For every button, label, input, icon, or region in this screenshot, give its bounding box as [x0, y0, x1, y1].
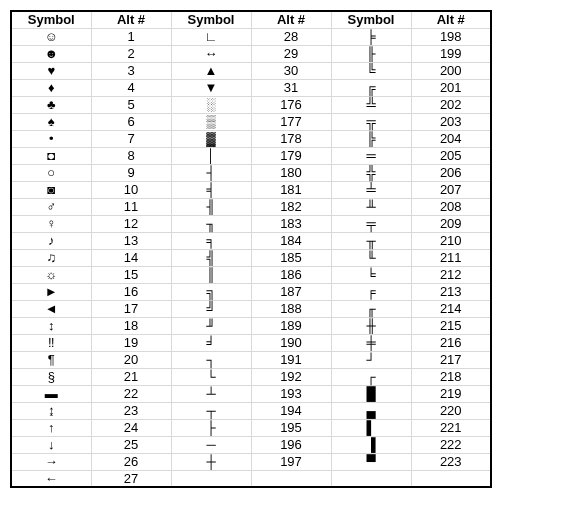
table-row: ◄17╝188╓214 — [11, 300, 491, 317]
symbol-cell: ╙ — [331, 249, 411, 266]
symbol-cell: └ — [171, 368, 251, 385]
symbol-cell: ╖ — [171, 215, 251, 232]
alt-number-cell: 16 — [91, 283, 171, 300]
alt-number-cell: 31 — [251, 79, 331, 96]
symbol-cell: → — [11, 453, 91, 470]
symbol-cell: ▌ — [331, 419, 411, 436]
symbol-cell: ↕ — [11, 317, 91, 334]
alt-number-cell: 26 — [91, 453, 171, 470]
alt-number-cell: 28 — [251, 28, 331, 45]
alt-number-cell: 200 — [411, 62, 491, 79]
symbol-cell: ┴ — [171, 385, 251, 402]
symbol-cell: ╣ — [171, 249, 251, 266]
symbol-cell: ▐ — [331, 436, 411, 453]
alt-number-cell: 182 — [251, 198, 331, 215]
alt-number-cell: 210 — [411, 232, 491, 249]
alt-number-cell: 204 — [411, 130, 491, 147]
table-row: ♫14╣185╙211 — [11, 249, 491, 266]
symbol-cell: ♫ — [11, 249, 91, 266]
alt-number-cell: 1 — [91, 28, 171, 45]
alt-number-cell: 201 — [411, 79, 491, 96]
table-row: ↓25─196▐222 — [11, 436, 491, 453]
alt-number-cell: 192 — [251, 368, 331, 385]
table-row: •7▓178╠204 — [11, 130, 491, 147]
alt-number-cell — [411, 470, 491, 487]
alt-number-cell: 2 — [91, 45, 171, 62]
alt-number-cell: 30 — [251, 62, 331, 79]
symbol-cell: ◘ — [11, 147, 91, 164]
symbol-cell: ♂ — [11, 198, 91, 215]
symbol-cell: ╛ — [171, 334, 251, 351]
alt-number-cell: 194 — [251, 402, 331, 419]
header-symbol-3: Symbol — [331, 11, 411, 28]
symbol-cell: ↓ — [11, 436, 91, 453]
alt-number-cell: 177 — [251, 113, 331, 130]
alt-number-cell: 25 — [91, 436, 171, 453]
symbol-cell: ▄ — [331, 402, 411, 419]
table-body: ☺1∟28╞198☻2↔29╟199♥3▲30╚200♦4▼31╔201♣5░1… — [11, 28, 491, 487]
symbol-cell: ∟ — [171, 28, 251, 45]
symbol-cell: ‼ — [11, 334, 91, 351]
symbol-cell: ╬ — [331, 164, 411, 181]
symbol-cell: ▼ — [171, 79, 251, 96]
symbol-cell: ├ — [171, 419, 251, 436]
symbol-cell: ╞ — [331, 28, 411, 45]
alt-number-cell: 24 — [91, 419, 171, 436]
symbol-cell: │ — [171, 147, 251, 164]
alt-number-cell: 178 — [251, 130, 331, 147]
alt-number-cell: 13 — [91, 232, 171, 249]
alt-number-cell: 179 — [251, 147, 331, 164]
alt-number-cell: 185 — [251, 249, 331, 266]
alt-number-cell: 189 — [251, 317, 331, 334]
alt-number-cell: 220 — [411, 402, 491, 419]
symbol-cell: ◄ — [11, 300, 91, 317]
table-row: ♥3▲30╚200 — [11, 62, 491, 79]
symbol-cell: ╠ — [331, 130, 411, 147]
alt-number-cell: 196 — [251, 436, 331, 453]
alt-number-cell: 6 — [91, 113, 171, 130]
table-row: →26┼197▀223 — [11, 453, 491, 470]
alt-number-cell: 208 — [411, 198, 491, 215]
table-row: ♪13╕184╥210 — [11, 232, 491, 249]
symbol-cell: ↑ — [11, 419, 91, 436]
symbol-cell: ╕ — [171, 232, 251, 249]
symbol-cell: § — [11, 368, 91, 385]
table-row: ○9┤180╬206 — [11, 164, 491, 181]
table-row: ◘8│179═205 — [11, 147, 491, 164]
symbol-cell: ╦ — [331, 113, 411, 130]
symbol-cell: ╝ — [171, 300, 251, 317]
symbol-cell: ♣ — [11, 96, 91, 113]
alt-number-cell: 4 — [91, 79, 171, 96]
symbol-cell: ▓ — [171, 130, 251, 147]
alt-number-cell: 216 — [411, 334, 491, 351]
table-row: ←27 — [11, 470, 491, 487]
alt-number-cell: 184 — [251, 232, 331, 249]
symbol-cell: ╓ — [331, 300, 411, 317]
alt-number-cell: 193 — [251, 385, 331, 402]
symbol-cell: ☼ — [11, 266, 91, 283]
alt-number-cell: 176 — [251, 96, 331, 113]
table-row: ☻2↔29╟199 — [11, 45, 491, 62]
alt-number-cell: 186 — [251, 266, 331, 283]
alt-number-cell: 27 — [91, 470, 171, 487]
symbol-cell: ╚ — [331, 62, 411, 79]
alt-number-cell: 17 — [91, 300, 171, 317]
alt-number-cell: 219 — [411, 385, 491, 402]
symbol-cell: ║ — [171, 266, 251, 283]
alt-number-cell: 14 — [91, 249, 171, 266]
symbol-cell: ♠ — [11, 113, 91, 130]
symbol-cell: ♦ — [11, 79, 91, 96]
symbol-cell: ─ — [171, 436, 251, 453]
alt-number-cell: 8 — [91, 147, 171, 164]
alt-number-cell: 212 — [411, 266, 491, 283]
symbol-cell: ↔ — [171, 45, 251, 62]
alt-number-cell: 199 — [411, 45, 491, 62]
alt-number-cell: 29 — [251, 45, 331, 62]
symbol-cell: ▒ — [171, 113, 251, 130]
header-alt-2: Alt # — [251, 11, 331, 28]
table-row: ♂11╢182╨208 — [11, 198, 491, 215]
symbol-cell: ╤ — [331, 215, 411, 232]
symbol-cell: ↨ — [11, 402, 91, 419]
symbol-cell: ┌ — [331, 368, 411, 385]
table-row: ♦4▼31╔201 — [11, 79, 491, 96]
